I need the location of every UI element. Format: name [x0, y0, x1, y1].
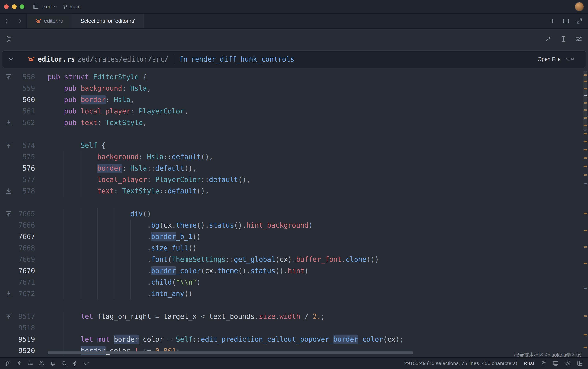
- toolbar-actions: [545, 36, 582, 42]
- code-line-559[interactable]: 559 pub background: Hsla,: [0, 83, 582, 94]
- code-line-7666[interactable]: 7666 .bg(cx.theme().status().hint_backgr…: [0, 219, 582, 231]
- code-text: pub border: Hsla,: [48, 94, 135, 105]
- outline-panel-button[interactable]: [28, 360, 33, 366]
- status-bar-left: [5, 360, 89, 366]
- editor-controls-button[interactable]: [575, 36, 582, 42]
- code-line-576[interactable]: 576 border: Hsla::default(),: [0, 163, 582, 174]
- code-line-9519[interactable]: 9519 let mut border_color = Self::edit_p…: [0, 334, 582, 345]
- avatar[interactable]: [575, 2, 584, 11]
- excerpt-gap: [0, 299, 582, 311]
- settings-button[interactable]: [565, 360, 571, 366]
- excerpt-gap: [0, 197, 582, 208]
- excerpt: 574 Self {575 background: Hsla::default(…: [0, 140, 582, 197]
- tab-editor-rs[interactable]: editor.rs: [27, 14, 72, 28]
- scrollbar-mark: [584, 95, 587, 96]
- scrollbar-mark: [584, 263, 587, 264]
- code-line-574[interactable]: 574 Self {: [0, 140, 582, 151]
- code-line-7668[interactable]: 7668 .size_full(): [0, 242, 582, 254]
- vertical-scrollbar[interactable]: [583, 49, 588, 357]
- git-branch-icon: [63, 4, 68, 9]
- monitor-icon: [553, 360, 559, 366]
- layout-icon: [577, 360, 583, 366]
- tab-selections-multibuffer[interactable]: Selections for 'editor.rs': [72, 14, 144, 28]
- new-tab-button[interactable]: [549, 18, 556, 24]
- scrollbar-mark: [584, 133, 587, 134]
- toggle-zoom-button[interactable]: [576, 18, 582, 24]
- zeta-icon: [540, 360, 546, 366]
- selected-text: border: [333, 335, 358, 343]
- split-pane-button[interactable]: [563, 18, 569, 24]
- scrollbar-mark: [584, 109, 587, 111]
- code-line-7670[interactable]: 7670 .border_color(cx.theme().status().h…: [0, 265, 582, 277]
- code-line-7672[interactable]: 7672 .into_any(): [0, 288, 582, 299]
- check-icon: [84, 360, 89, 366]
- code-text: text: TextStyle::default(),: [48, 185, 209, 197]
- code-line-562[interactable]: 562 pub text: TextStyle,: [0, 117, 582, 128]
- scrollbar-mark: [584, 183, 587, 184]
- screen-share-button[interactable]: [553, 360, 559, 366]
- code-line-7671[interactable]: 7671 .child("\\n"): [0, 277, 582, 288]
- code-line-9520[interactable]: 9520 border_color.l += 0.001;: [0, 345, 582, 356]
- gear-icon: [565, 360, 571, 366]
- close-window-button[interactable]: [4, 4, 9, 9]
- code-line-561[interactable]: 561 pub local_player: PlayerColor,: [0, 105, 582, 117]
- panel-layout-button[interactable]: [577, 360, 583, 366]
- notifications-button[interactable]: [50, 360, 56, 366]
- code-line-577[interactable]: 577 local_player: PlayerColor::default()…: [0, 174, 582, 185]
- branch-name: main: [69, 4, 81, 10]
- inline-assist-button[interactable]: [545, 36, 551, 42]
- code-text: let flag_on_right = target_x < text_boun…: [48, 311, 325, 322]
- horizontal-scrollbar[interactable]: [48, 351, 413, 354]
- search-icon: [61, 360, 67, 366]
- project-menu-button[interactable]: zed: [43, 4, 58, 10]
- cursor-position-button[interactable]: 29105:49 (75 selections, 75 lines, 450 c…: [404, 360, 517, 367]
- code-line-558[interactable]: 558pub struct EditorStyle {: [0, 71, 582, 83]
- excerpt-gap: [0, 128, 582, 140]
- collapse-excerpt-button[interactable]: [8, 56, 14, 62]
- toggle-left-dock-button[interactable]: [33, 4, 39, 10]
- code-line-560[interactable]: 560 pub border: Hsla,: [0, 94, 582, 105]
- code-line-578[interactable]: 578 text: TextStyle::default(),: [0, 185, 582, 197]
- runnables-button[interactable]: [72, 360, 78, 366]
- collapse-all-entries-button[interactable]: [6, 36, 13, 42]
- tab-bar: editor.rs Selections for 'editor.rs': [0, 14, 588, 29]
- open-file-label: Open File: [538, 56, 560, 62]
- branch-menu-button[interactable]: main: [63, 4, 81, 10]
- collab-panel-button[interactable]: [39, 360, 45, 366]
- language-selector-button[interactable]: Rust: [524, 360, 534, 367]
- assistant-panel-button[interactable]: [16, 360, 22, 366]
- line-number: 578: [0, 185, 35, 197]
- scrollbar-mark: [584, 334, 587, 335]
- code-text: .font(ThemeSettings::get_global(cx).buff…: [48, 254, 379, 265]
- minimize-window-button[interactable]: [12, 4, 17, 9]
- code-excerpts[interactable]: 558pub struct EditorStyle {559 pub backg…: [0, 71, 582, 356]
- scrollbar-mark: [584, 246, 587, 248]
- code-text: .child("\\n"): [48, 277, 201, 288]
- git-panel-button[interactable]: [5, 360, 11, 366]
- scrollbar-thumb[interactable]: [583, 71, 587, 131]
- project-search-button[interactable]: [61, 360, 67, 366]
- zoom-window-button[interactable]: [20, 4, 24, 9]
- code-line-7665[interactable]: 7665 div(): [0, 208, 582, 219]
- code-text: let mut border_color = Self::edit_predic…: [48, 334, 404, 345]
- code-text: .size_full(): [48, 242, 197, 254]
- line-number: 7666: [0, 219, 35, 231]
- navigate-back-button[interactable]: [4, 18, 11, 24]
- navigate-forward-button[interactable]: [16, 18, 22, 24]
- code-text: local_player: PlayerColor::default(),: [48, 174, 251, 185]
- code-line-9518[interactable]: 9518: [0, 322, 582, 334]
- code-line-9517[interactable]: 9517 let flag_on_right = target_x < text…: [0, 311, 582, 322]
- line-number: 7671: [0, 277, 35, 288]
- code-line-575[interactable]: 575 background: Hsla::default(),: [0, 151, 582, 163]
- code-line-7669[interactable]: 7669 .font(ThemeSettings::get_global(cx)…: [0, 254, 582, 265]
- edit-prediction-button[interactable]: [540, 360, 546, 366]
- selection-mode-button[interactable]: [560, 36, 567, 42]
- diagnostics-button[interactable]: [84, 360, 89, 366]
- code-line-7667[interactable]: 7667 .border_b_1(): [0, 231, 582, 242]
- wand-icon: [545, 36, 551, 42]
- tab-bar-actions: [549, 14, 588, 28]
- line-number: 7670: [0, 265, 35, 277]
- code-text: pub local_player: PlayerColor,: [48, 105, 188, 117]
- git-branch-icon: [5, 360, 11, 366]
- open-file-button[interactable]: Open File ⌥↵: [538, 56, 580, 62]
